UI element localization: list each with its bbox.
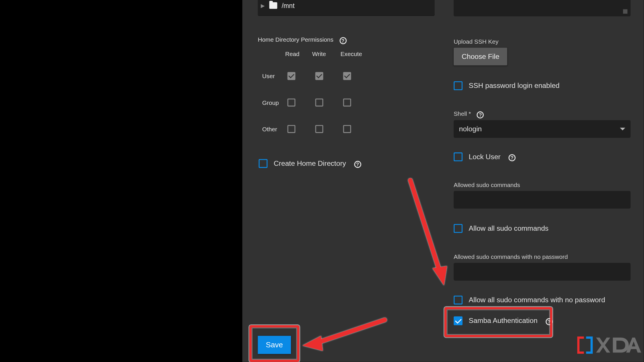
allowed-sudo-nopw-label: Allowed sudo commands with no password bbox=[454, 254, 568, 260]
perm-header-read: Read bbox=[285, 51, 300, 57]
shell-label: Shell * bbox=[454, 111, 471, 117]
allow-all-sudo-label: Allow all sudo commands bbox=[469, 224, 549, 232]
annotation-arrow-samba bbox=[402, 178, 455, 293]
home-dir-tree[interactable]: ▶ /mnt bbox=[258, 0, 435, 16]
perm-user-write[interactable] bbox=[315, 72, 323, 80]
upload-ssh-label: Upload SSH Key bbox=[454, 38, 499, 45]
perm-user-read[interactable] bbox=[288, 72, 296, 80]
help-icon[interactable]: ? bbox=[339, 37, 346, 44]
allowed-sudo-input[interactable] bbox=[454, 191, 630, 209]
user-settings-panel: ▶ /mnt Home Directory Permissions ? Read… bbox=[242, 0, 644, 362]
allow-all-sudo-nopw-checkbox[interactable] bbox=[454, 296, 463, 305]
perm-header-write: Write bbox=[312, 51, 326, 57]
home-dir-perm-label: Home Directory Permissions bbox=[258, 36, 334, 43]
folder-icon bbox=[269, 2, 277, 9]
tree-expand-icon[interactable]: ▶ bbox=[261, 3, 265, 8]
perm-other-write[interactable] bbox=[315, 125, 323, 133]
ssh-key-textarea[interactable] bbox=[454, 0, 630, 16]
chevron-down-icon bbox=[620, 128, 625, 130]
perm-row-group: Group bbox=[262, 99, 279, 106]
help-icon[interactable]: ? bbox=[509, 154, 516, 161]
lock-user-checkbox[interactable] bbox=[454, 153, 463, 161]
perm-header-execute: Execute bbox=[340, 51, 362, 57]
shell-select[interactable]: nologin bbox=[454, 120, 630, 138]
xda-logo bbox=[577, 336, 642, 355]
left-sidebar-blank bbox=[0, 0, 242, 362]
perm-row-user: User bbox=[262, 73, 275, 80]
help-icon[interactable]: ? bbox=[354, 161, 361, 168]
help-icon[interactable]: ? bbox=[477, 111, 484, 119]
help-icon[interactable]: ? bbox=[545, 318, 553, 325]
tree-item-mnt[interactable]: /mnt bbox=[282, 2, 295, 9]
create-home-label: Create Home Directory bbox=[274, 159, 346, 167]
annotation-arrow-save bbox=[300, 316, 388, 352]
perm-group-execute[interactable] bbox=[343, 99, 351, 107]
perm-row-other: Other bbox=[262, 126, 277, 132]
allowed-sudo-label: Allowed sudo commands bbox=[454, 182, 520, 188]
allow-all-sudo-nopw-label: Allow all sudo commands with no password bbox=[469, 296, 605, 304]
ssh-pw-login-checkbox[interactable] bbox=[454, 81, 463, 90]
allowed-sudo-nopw-input[interactable] bbox=[454, 263, 630, 281]
lock-user-label: Lock User bbox=[469, 153, 501, 161]
ssh-pw-login-label: SSH password login enabled bbox=[469, 82, 559, 90]
samba-auth-checkbox[interactable] bbox=[454, 316, 463, 325]
create-home-checkbox[interactable] bbox=[259, 159, 268, 168]
shell-value: nologin bbox=[459, 125, 482, 133]
choose-file-button[interactable]: Choose File bbox=[454, 48, 507, 66]
perm-other-execute[interactable] bbox=[343, 125, 351, 133]
perm-user-execute[interactable] bbox=[343, 72, 351, 80]
allow-all-sudo-checkbox[interactable] bbox=[454, 224, 463, 233]
perm-group-write[interactable] bbox=[315, 99, 323, 107]
perm-group-read[interactable] bbox=[288, 99, 296, 107]
perm-other-read[interactable] bbox=[288, 125, 296, 133]
samba-auth-label: Samba Authentication bbox=[469, 317, 537, 325]
save-button[interactable]: Save bbox=[258, 336, 291, 354]
